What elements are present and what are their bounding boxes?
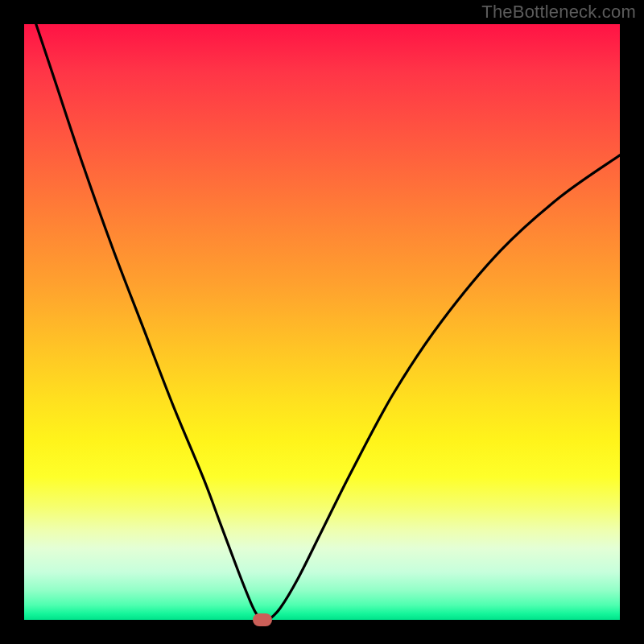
chart-frame: TheBottleneck.com	[0, 0, 644, 644]
bottleneck-curve	[24, 24, 620, 620]
watermark-text: TheBottleneck.com	[481, 2, 636, 23]
plot-area	[24, 24, 620, 620]
optimum-marker	[253, 613, 272, 626]
